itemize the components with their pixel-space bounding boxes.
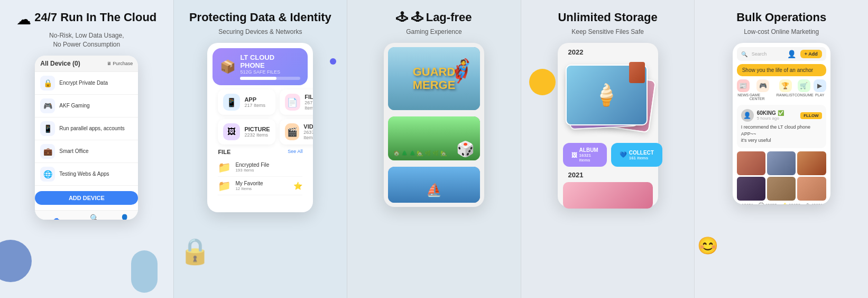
webs-label: Testing Webs & Apps [59,171,109,177]
search-input-placeholder[interactable]: Search [752,51,783,57]
picture-label: PICTURE [244,126,270,132]
picture-info: PICTURE 2232 Items [244,126,270,138]
nav-icons-row: 📰 NEWS 🎮 GAME CENTER 🏆 RANKLIST 🛒 CONSUM… [737,79,826,101]
cloud-banner-text: LT CLOUD PHONE 512G SAFE FILES [240,53,300,80]
phone-1-footer: ☁ Cloud Phone 🔍 Discover 👤 Mine [35,210,138,220]
social-post: 👤 60KING ✅ 5 hours ago FLLOW I recommend… [737,105,826,148]
game-center-label: GAME CENTER [750,93,777,101]
grid-file[interactable]: 📄 FILE 267 Items [280,89,313,115]
menu-item-gaming[interactable]: 🎮 AKF Gaming [35,95,138,118]
panel-3-title: 🕹 🕹 Lag-free [396,11,472,24]
encrypted-file-count: 193 Items [235,168,269,173]
menu-item-office[interactable]: 💼 Smart Office [35,140,138,163]
footer-cloud-phone[interactable]: ☁ Cloud Phone [44,214,68,220]
grid-photo-1 [737,151,765,175]
album-icon: 🖼 [571,152,577,158]
see-all-link[interactable]: See All [288,149,302,155]
post-stats: ❤ 12651 💬 42655 ⭐ 62652 👁 42631 [737,203,826,204]
panel-2-subtitle: Securing Devices & Networks [218,28,302,37]
add-button-small[interactable]: + Add [800,50,822,58]
cloud-phone-icon: ☁ [52,214,60,220]
deco-yellow-circle [529,69,556,95]
nav-consume[interactable]: 🛒 CONSUME [795,79,814,101]
banner-text: Show you the life of an anchor [737,64,826,76]
comment-stat: 💬 42655 [759,203,777,204]
encrypted-file-item[interactable]: 📁 Encrypted File 193 Items [218,158,302,177]
grid-picture[interactable]: 🖼 PICTURE 2232 Items [218,119,275,145]
cloud-icon: ☁ [16,11,31,28]
collect-label: COLLECT [629,150,654,156]
phone-mockup-4: 2022 🍦 🖼 ALBUM 16321 items 💙 COLLECT [558,43,658,207]
play-label: PLAY [815,93,824,97]
nav-game-center[interactable]: 🎮 GAME CENTER [750,79,777,101]
phone-mockup-3: GUARDMERGE 🦸 🏠 🌲 🌲 🏡 🌿 🌿 🏡 🎲 ⛵ [384,43,484,207]
consume-label: CONSUME [795,93,814,97]
grid-app[interactable]: 📱 APP 217 Items [218,89,275,115]
parallel-icon: 📱 [40,121,55,136]
add-device-button[interactable]: ADD DEVICE [35,191,138,205]
album-info: ALBUM 16321 items [579,147,598,162]
deco-circle-1 [0,240,32,282]
parallel-label: Run parallel apps, accounts [59,125,124,131]
post-time: 5 hours ago [757,116,784,121]
webs-icon: 🌐 [40,167,55,182]
grid-photo-3 [797,151,826,175]
grid-photo-2 [767,151,796,175]
panel-5-title: Bulk Operations [736,11,826,24]
menu-item-encrypt[interactable]: 🔒 Encrypt Private Data [35,72,138,95]
gaming-icon: 🎮 [40,98,55,113]
lag-free-text: 🕹 Lag-free [411,11,472,24]
news-label: NEWS [737,93,749,97]
cloud-banner-title: LT CLOUD PHONE [240,53,300,69]
ranklist-label: RANKLIST [777,93,795,97]
footer-discover[interactable]: 🔍 Discover [86,214,103,220]
album-button[interactable]: 🖼 ALBUM 16321 items [563,143,607,167]
album-count: 16321 items [579,153,598,162]
progress-bar [240,77,300,80]
nav-ranklist[interactable]: 🏆 RANKLIST [777,79,795,101]
encrypt-label: Encrypt Private Data [59,80,108,86]
star-icon: ⭐ [293,182,302,190]
panel-cloud: ☁ 24/7 Run In The Cloud No-Risk, Low Dat… [0,0,173,298]
grid-video[interactable]: 🎬 VIDEO 2637 Items [280,119,313,145]
panel-3-subtitle: Gaming Experience [406,28,461,37]
purchase-button[interactable]: 🖥 Purchase [107,61,133,66]
follow-button[interactable]: FLLOW [800,112,821,119]
photo-stack: 🍦 [563,59,653,139]
post-username: 60KING ✅ [757,110,784,116]
game-screen-mid: 🏠 🌲 🌲 🏡 🌿 🌿 🏡 🎲 [388,116,480,160]
post-user-info: 60KING ✅ 5 hours ago [757,110,784,121]
picture-icon: 🖼 [223,123,240,140]
guard-merge-title: GUARDMERGE [413,66,456,91]
app-info: APP 217 Items [244,96,265,108]
post-header: 👤 60KING ✅ 5 hours ago FLLOW [741,109,822,122]
office-label: Smart Office [59,148,88,154]
cloud-banner-subtitle: 512G SAFE FILES [240,69,300,75]
photo-grid [737,151,826,201]
folder-icon-encrypted: 📁 [218,161,231,174]
progress-fill [240,77,276,80]
panel-1-subtitle: No-Risk, Low Data Usage, No Power Consum… [49,31,124,49]
cloud-box-icon: 📦 [220,59,236,74]
ranklist-icon: 🏆 [779,79,792,92]
collect-button[interactable]: 💙 COLLECT 161 items [611,143,662,167]
grid-photo-5 [767,177,796,201]
favorite-file-item[interactable]: 📁 My Favorite 12 Items ⭐ [218,177,302,195]
nav-news[interactable]: 📰 NEWS [737,79,750,101]
phone-1-header-title: All Device (0) [40,60,80,67]
picture-count: 2232 Items [244,132,270,138]
star-stat: ⭐ 62652 [782,203,800,204]
footer-mine[interactable]: 👤 Mine [120,214,129,220]
menu-item-parallel[interactable]: 📱 Run parallel apps, accounts [35,118,138,140]
play-icon: ▶ [814,79,826,92]
panel-1-title: 24/7 Run In The Cloud [34,11,156,24]
video-info: VIDEO 2637 Items [303,123,313,140]
phone-mockup-2: 📦 LT CLOUD PHONE 512G SAFE FILES 📱 APP 2… [207,43,313,212]
nav-play[interactable]: ▶ PLAY [814,79,826,101]
file-count: 267 Items [304,100,313,111]
emoji-deco: 😊 [697,236,718,256]
favorite-file-name: My Favorite [235,180,263,186]
file-type-icon: 📄 [285,94,301,111]
menu-item-webs[interactable]: 🌐 Testing Webs & Apps [35,163,138,186]
collect-info: COLLECT 161 items [629,150,654,160]
